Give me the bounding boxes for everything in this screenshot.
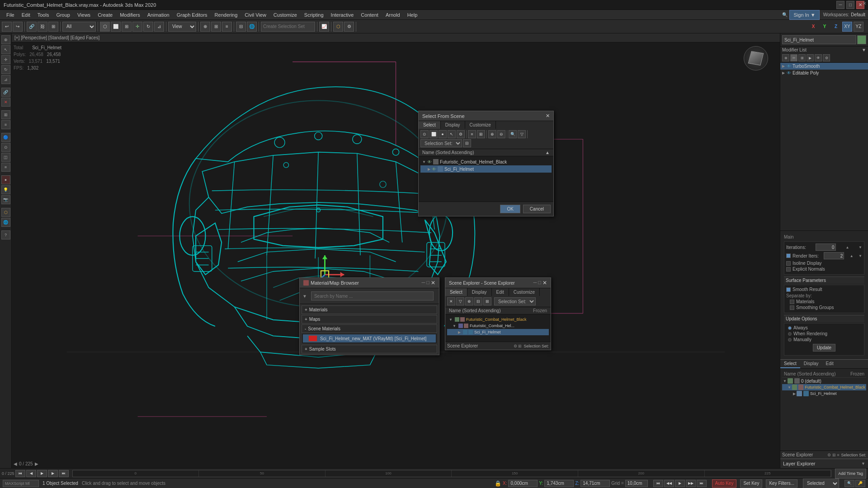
timeline-track[interactable]: 0 50 100 150 200 225 — [72, 470, 832, 477]
lt-scene-btn[interactable]: ⊞ — [1, 110, 10, 119]
layer-explorer-arrow[interactable]: ▼ — [861, 461, 865, 466]
menu-edit[interactable]: Edit — [18, 10, 34, 20]
pb-next[interactable]: ▶▶ — [686, 480, 696, 487]
scene-item-1[interactable]: ▼ Futuristic_Combat_Hel... — [447, 323, 549, 329]
dlg-tab-display[interactable]: Display — [441, 121, 465, 129]
dlg-tb-circle[interactable]: ⊙ — [420, 130, 429, 138]
unlink-btn[interactable]: ⛓ — [38, 22, 47, 32]
tree-item-obj[interactable]: ▼ Futuristic_Combat_Helmet_Black — [782, 384, 866, 390]
dlg-item-scene[interactable]: ▼ 👁 Futuristic_Combat_Helmet_Black — [420, 158, 552, 165]
render-iters-up[interactable]: ▲ — [850, 254, 854, 258]
lt-unlink-btn[interactable]: ✕ — [1, 98, 10, 107]
render-btn[interactable]: ⬡ — [333, 22, 343, 32]
rpb-tab-display[interactable]: Display — [800, 360, 822, 368]
mat-search-input[interactable] — [311, 291, 434, 300]
maxscript-input[interactable]: MAXScript Ml — [3, 480, 39, 487]
scene-tab-select[interactable]: Select — [445, 288, 467, 296]
render-iters-input[interactable] — [824, 252, 844, 259]
align-btn[interactable]: ≡ — [222, 22, 232, 32]
dlg-ok-btn[interactable]: OK — [500, 205, 520, 213]
lt-create-btn[interactable]: ⊕ — [1, 35, 10, 44]
panel-modify-icon[interactable]: ✏ — [790, 54, 797, 61]
smooth-result-chk[interactable] — [786, 287, 791, 292]
undo-btn[interactable]: ↩ — [2, 22, 12, 32]
mat-section-scene-materials[interactable]: - Scene Materials — [302, 324, 437, 333]
rpb-tab-select[interactable]: Select — [780, 360, 800, 368]
timeline-start-btn[interactable]: ⏮ — [15, 470, 25, 477]
scene-tb-btn4[interactable]: ⊟ — [474, 297, 482, 305]
move-btn[interactable]: ✛ — [132, 22, 142, 32]
modifier-editable-poly[interactable]: ▶ 👁 Editable Poly — [780, 70, 868, 76]
select-obj-btn[interactable]: ⬡ — [100, 22, 110, 32]
auto-key-btn[interactable]: Auto Key — [712, 479, 737, 488]
mat-section-maps[interactable]: + Maps — [302, 315, 437, 324]
timeline-prev-btn[interactable]: ◀ — [26, 470, 36, 477]
lt-env-btn[interactable]: 🌐 — [1, 218, 10, 227]
menu-arnold[interactable]: Arnold — [382, 10, 404, 20]
dialog-scene-minimize[interactable]: ─ — [533, 280, 537, 286]
always-radio[interactable] — [788, 326, 792, 330]
panel-utility-icon[interactable]: ⚙ — [823, 54, 830, 61]
lt-help-btn[interactable]: ? — [1, 230, 10, 239]
filter-icon[interactable]: 🔍 — [844, 480, 854, 487]
lt-select-btn[interactable]: ↖ — [1, 45, 10, 54]
viewport[interactable]: [+] [Perspective] [Standard] [Edged Face… — [12, 33, 780, 468]
dlg-tb-dot[interactable]: ● — [439, 130, 447, 138]
lt-scale-btn[interactable]: ⊿ — [1, 75, 10, 84]
pb-end[interactable]: ⏭ — [697, 480, 707, 487]
axis-xy[interactable]: XY — [842, 22, 852, 32]
scene-tb-btn1[interactable]: ✕ — [447, 297, 455, 305]
lt-mirror-btn[interactable]: ◫ — [1, 153, 10, 162]
explicit-normals-chk[interactable] — [786, 267, 791, 272]
scale-btn[interactable]: ⊿ — [154, 22, 164, 32]
menu-rendering[interactable]: Rendering — [211, 10, 241, 20]
menu-tools[interactable]: Tools — [34, 10, 53, 20]
dlg-filter-select[interactable]: Selection Set: — [420, 139, 462, 147]
scene-tb-btn5[interactable]: ⊞ — [483, 297, 491, 305]
lock-icon[interactable]: 🔒 — [495, 480, 501, 487]
scene-item-0[interactable]: ▼ Futuristic_Combat_Helmet_Black — [447, 316, 549, 323]
iterations-spinner-up[interactable]: ▲ — [845, 245, 849, 249]
bind-btn[interactable]: ⊞ — [48, 22, 58, 32]
when-rendering-radio[interactable] — [788, 332, 792, 336]
menu-customize[interactable]: Customize — [270, 10, 301, 20]
menu-file[interactable]: File — [3, 10, 18, 20]
dlg-tb-find[interactable]: 🔍 — [509, 130, 517, 138]
selected-dropdown[interactable]: Selected — [803, 479, 839, 488]
dlg-tab-customize[interactable]: Customize — [465, 121, 496, 129]
render-iters-down[interactable]: ▼ — [859, 254, 862, 258]
lt-mat-btn[interactable]: ● — [1, 175, 10, 184]
menu-group[interactable]: Group — [52, 10, 74, 20]
rotate-btn[interactable]: ↻ — [143, 22, 153, 32]
manually-radio[interactable] — [788, 338, 792, 342]
timeline-play-btn[interactable]: ▶ — [37, 470, 47, 477]
panel-hierarchy-icon[interactable]: ⊞ — [798, 54, 806, 61]
lt-align-btn[interactable]: ≡ — [1, 163, 10, 172]
timeline-next-btn[interactable]: ▶ — [48, 470, 58, 477]
lt-cam-btn[interactable]: 📷 — [1, 195, 10, 204]
dlg-cancel-btn[interactable]: Cancel — [523, 205, 551, 213]
lt-snap-btn[interactable]: 🔵 — [1, 133, 10, 142]
scene-filter-select[interactable]: Selection Set: — [494, 297, 536, 305]
select-filter[interactable]: All Geometry Shapes — [62, 22, 96, 32]
pivot-btn[interactable]: ⊕ — [200, 22, 210, 32]
dlg-tb-list1[interactable]: ≡ — [468, 130, 476, 138]
dlg-tb-cursor[interactable]: ↖ — [448, 130, 456, 138]
update-btn[interactable]: Update — [813, 344, 835, 352]
set-key-btn[interactable]: Set Key — [740, 479, 762, 488]
dialog-mat-maximize[interactable]: □ — [426, 280, 429, 286]
menu-help[interactable]: Help — [404, 10, 421, 20]
lt-move-btn[interactable]: ✛ — [1, 55, 10, 64]
dlg-tb-collapse[interactable]: ⊖ — [497, 130, 505, 138]
pb-play[interactable]: ▶ — [675, 480, 685, 487]
grid-value[interactable] — [625, 480, 648, 487]
select-all-btn[interactable]: ⊞ — [122, 22, 132, 32]
menu-animation[interactable]: Animation — [144, 10, 173, 20]
obj-name-input[interactable] — [782, 35, 856, 44]
dlg-scroll-up[interactable]: ▲ — [545, 150, 550, 155]
dialog-mat-minimize[interactable]: ─ — [422, 280, 425, 286]
dlg-tb-gear[interactable]: ⚙ — [457, 130, 465, 138]
x-coord[interactable] — [508, 480, 538, 487]
dlg-tb-list2[interactable]: ⊞ — [477, 130, 485, 138]
dialog-select-close[interactable]: ✕ — [546, 113, 550, 119]
